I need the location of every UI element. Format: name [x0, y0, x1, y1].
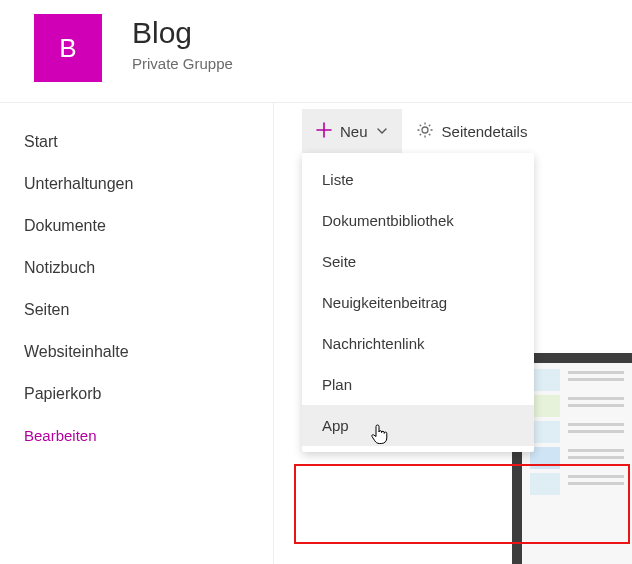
- sidebar-edit-link[interactable]: Bearbeiten: [0, 415, 273, 456]
- main: Neu Seitendetails Li: [274, 103, 632, 564]
- sidebar-item-start[interactable]: Start: [0, 121, 273, 163]
- dropdown-item-label: Liste: [322, 171, 354, 188]
- sidebar: Start Unterhaltungen Dokumente Notizbuch…: [0, 103, 274, 564]
- body: Start Unterhaltungen Dokumente Notizbuch…: [0, 102, 632, 564]
- dropdown-item-news[interactable]: Neuigkeitenbeitrag: [302, 282, 534, 323]
- dropdown-item-list[interactable]: Liste: [302, 159, 534, 200]
- new-dropdown: Liste Dokumentbibliothek Seite Neuigkeit…: [302, 153, 534, 452]
- page-details-button[interactable]: Seitendetails: [402, 109, 542, 153]
- cursor-hand-icon: [370, 423, 388, 448]
- page-details-label: Seitendetails: [442, 123, 528, 140]
- site-logo-tile[interactable]: B: [34, 14, 102, 82]
- dropdown-item-label: Seite: [322, 253, 356, 270]
- gear-icon: [416, 121, 434, 142]
- dropdown-item-label: Nachrichtenlink: [322, 335, 425, 352]
- dropdown-item-doclib[interactable]: Dokumentbibliothek: [302, 200, 534, 241]
- sidebar-item-recyclebin[interactable]: Papierkorb: [0, 373, 273, 415]
- dropdown-item-label: Neuigkeitenbeitrag: [322, 294, 447, 311]
- new-button-label: Neu: [340, 123, 368, 140]
- sidebar-item-sitecontents[interactable]: Websiteinhalte: [0, 331, 273, 373]
- sidebar-item-conversations[interactable]: Unterhaltungen: [0, 163, 273, 205]
- sidebar-item-label: Unterhaltungen: [24, 175, 133, 192]
- dropdown-item-label: Plan: [322, 376, 352, 393]
- sidebar-item-label: Websiteinhalte: [24, 343, 129, 360]
- sidebar-item-label: Notizbuch: [24, 259, 95, 276]
- dropdown-item-plan[interactable]: Plan: [302, 364, 534, 405]
- site-logo-letter: B: [59, 33, 76, 64]
- sidebar-edit-label: Bearbeiten: [24, 427, 97, 444]
- site-info: Blog Private Gruppe: [102, 14, 233, 72]
- site-title[interactable]: Blog: [132, 16, 233, 49]
- sidebar-item-notebook[interactable]: Notizbuch: [0, 247, 273, 289]
- sidebar-item-label: Seiten: [24, 301, 69, 318]
- site-subtitle: Private Gruppe: [132, 55, 233, 72]
- sidebar-item-label: Dokumente: [24, 217, 106, 234]
- chevron-down-icon: [376, 123, 388, 140]
- new-button[interactable]: Neu: [302, 109, 402, 153]
- dropdown-item-label: App: [322, 417, 349, 434]
- sidebar-item-label: Start: [24, 133, 58, 150]
- dropdown-item-app[interactable]: App: [302, 405, 534, 446]
- dropdown-item-label: Dokumentbibliothek: [322, 212, 454, 229]
- svg-point-0: [422, 127, 428, 133]
- dropdown-item-page[interactable]: Seite: [302, 241, 534, 282]
- toolbar: Neu Seitendetails: [274, 109, 632, 153]
- sidebar-item-pages[interactable]: Seiten: [0, 289, 273, 331]
- plus-icon: [316, 122, 332, 141]
- site-header: B Blog Private Gruppe: [0, 0, 632, 102]
- sidebar-item-documents[interactable]: Dokumente: [0, 205, 273, 247]
- dropdown-item-newslink[interactable]: Nachrichtenlink: [302, 323, 534, 364]
- sidebar-item-label: Papierkorb: [24, 385, 101, 402]
